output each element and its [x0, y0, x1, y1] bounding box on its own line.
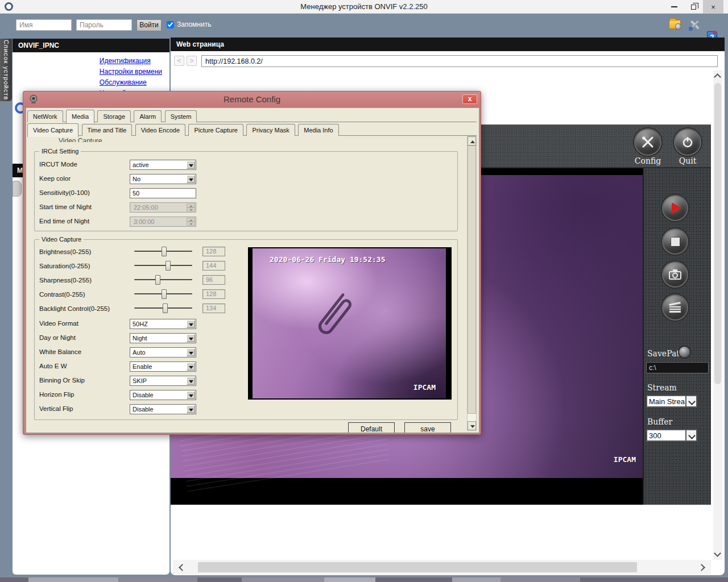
vertical-flip-select[interactable]: Disable — [130, 404, 196, 414]
restore-button[interactable] — [684, 0, 703, 14]
link-identification[interactable]: Идентификация — [100, 56, 162, 66]
day-night-select[interactable]: Night — [130, 333, 196, 343]
horizon-flip-select[interactable]: Disable — [130, 390, 196, 400]
save-button[interactable]: save — [404, 422, 451, 433]
vertical-scrollbar[interactable] — [713, 70, 722, 560]
spin-down-icon[interactable] — [187, 207, 195, 211]
spin-down-icon[interactable] — [187, 222, 195, 226]
backlight-slider[interactable] — [134, 304, 192, 313]
tab-network[interactable]: NetWork — [27, 110, 63, 122]
auto-ew-value: Enable — [133, 363, 152, 370]
browser-forward-button[interactable]: > — [187, 56, 197, 66]
scroll-left-icon[interactable] — [179, 564, 186, 571]
video-format-select[interactable]: 50HZ — [130, 319, 196, 329]
close-icon: × — [711, 3, 715, 11]
dropdown-arrow-icon[interactable] — [187, 348, 195, 356]
snapshot-button[interactable] — [662, 261, 688, 288]
keep-color-select[interactable]: No — [130, 174, 196, 184]
saturation-slider[interactable] — [134, 261, 192, 271]
dropdown-arrow-icon[interactable] — [187, 334, 195, 342]
slider-thumb[interactable] — [162, 247, 167, 256]
dropdown-arrow-icon[interactable] — [187, 363, 195, 371]
dropdown-arrow-icon[interactable] — [187, 175, 195, 183]
dropdown-arrow-icon[interactable] — [187, 405, 195, 413]
link-maintenance[interactable]: Обслуживание — [100, 77, 162, 88]
contrast-slider[interactable] — [134, 289, 192, 299]
tab-system[interactable]: System — [165, 110, 197, 122]
browser-back-button[interactable]: < — [174, 56, 184, 66]
quit-button[interactable] — [674, 128, 701, 156]
password-input[interactable] — [76, 19, 132, 31]
dropdown-arrow-icon[interactable] — [187, 391, 195, 399]
auto-ew-select[interactable]: Enable — [130, 361, 196, 372]
slider-thumb[interactable] — [166, 261, 171, 271]
subtab-time-and-title[interactable]: Time and Title — [82, 124, 133, 136]
dialog-scrollbar-thumb[interactable] — [468, 146, 476, 414]
subtab-media-info[interactable]: Media Info — [298, 124, 338, 136]
dropdown-arrow-icon[interactable] — [187, 161, 195, 169]
horizontal-scrollbar[interactable] — [173, 560, 711, 575]
night-start-spinner[interactable]: 22:05:00 — [130, 202, 196, 213]
day-night-value: Night — [133, 335, 147, 342]
subtab-video-capture[interactable]: Video Capture — [27, 123, 78, 137]
dialog-scroll-down-button[interactable] — [468, 421, 476, 430]
login-button[interactable]: Войти — [136, 19, 162, 31]
white-balance-select[interactable]: Auto — [130, 347, 196, 357]
device-list-vertical-tab[interactable]: Список устройств — [0, 39, 12, 101]
scroll-up-icon[interactable] — [714, 73, 721, 81]
dropdown-arrow-icon[interactable] — [187, 377, 195, 385]
subtab-picture-capture[interactable]: Picture Capture — [188, 124, 243, 136]
scroll-down-icon[interactable] — [714, 550, 721, 557]
slider-thumb[interactable] — [155, 275, 160, 285]
horizontal-scrollbar-thumb[interactable] — [198, 562, 637, 572]
settings-folder-icon[interactable] — [669, 20, 681, 29]
remember-checkbox-row[interactable]: Запомнить — [167, 20, 211, 28]
video-capture-group-title: Video Capture — [39, 236, 84, 243]
dropdown-arrow-icon[interactable] — [187, 320, 195, 328]
config-button[interactable] — [634, 128, 661, 156]
brightness-slider[interactable] — [134, 247, 192, 256]
dialog-scroll-up-button[interactable] — [468, 136, 476, 146]
clipped-scrolled-label: Video Capture — [59, 137, 102, 142]
username-input[interactable] — [16, 19, 72, 31]
slider-thumb[interactable] — [163, 304, 168, 313]
dialog-close-button[interactable]: x — [462, 94, 477, 104]
subtab-video-encode[interactable]: Video Encode — [135, 124, 185, 136]
tab-storage[interactable]: Storage — [97, 110, 131, 122]
webcam-icon — [28, 94, 39, 105]
subtab-privacy-mask[interactable]: Privacy Mask — [246, 124, 295, 136]
minimize-button[interactable] — [664, 0, 684, 14]
dialog-scrollbar[interactable] — [467, 136, 477, 431]
ircut-mode-select[interactable]: active — [130, 160, 196, 170]
white-balance-label: White Balance — [39, 348, 81, 355]
default-button[interactable]: Default — [348, 422, 395, 433]
sharpness-slider[interactable] — [134, 275, 192, 285]
stop-button[interactable] — [662, 228, 688, 255]
link-time-settings[interactable]: Настройки времени — [100, 66, 162, 77]
savepath-browse-button[interactable] — [678, 346, 691, 359]
close-button[interactable]: × — [703, 0, 723, 14]
savepath-value[interactable]: c:\ — [646, 362, 709, 373]
record-button[interactable] — [662, 294, 688, 321]
panel-grip-handle[interactable] — [13, 181, 22, 197]
play-button[interactable] — [662, 195, 688, 221]
vertical-scrollbar-thumb[interactable] — [714, 83, 721, 384]
url-input[interactable] — [201, 55, 718, 67]
night-end-value: 3:00:00 — [134, 218, 155, 225]
media-subtab-bar: Video Capture Time and Title Video Encod… — [27, 123, 477, 136]
sensitivity-input[interactable] — [130, 188, 196, 198]
scroll-right-icon[interactable] — [698, 564, 705, 571]
spin-up-icon[interactable] — [187, 203, 195, 207]
night-end-spinner[interactable]: 3:00:00 — [130, 217, 196, 227]
dialog-titlebar[interactable]: Remote Config — [23, 92, 481, 107]
slider-thumb[interactable] — [162, 289, 167, 299]
night-end-label: End time of Night — [39, 218, 89, 225]
stream-select[interactable]: Main Strea — [646, 395, 697, 408]
buffer-select[interactable]: 300 — [646, 429, 697, 442]
spin-up-icon[interactable] — [187, 218, 195, 222]
remember-checkbox[interactable] — [167, 21, 174, 28]
binning-skip-select[interactable]: SKIP — [130, 376, 196, 386]
tab-alarm[interactable]: Alarm — [134, 110, 162, 122]
tab-media[interactable]: Media — [66, 110, 94, 123]
tools-icon[interactable] — [688, 19, 701, 31]
